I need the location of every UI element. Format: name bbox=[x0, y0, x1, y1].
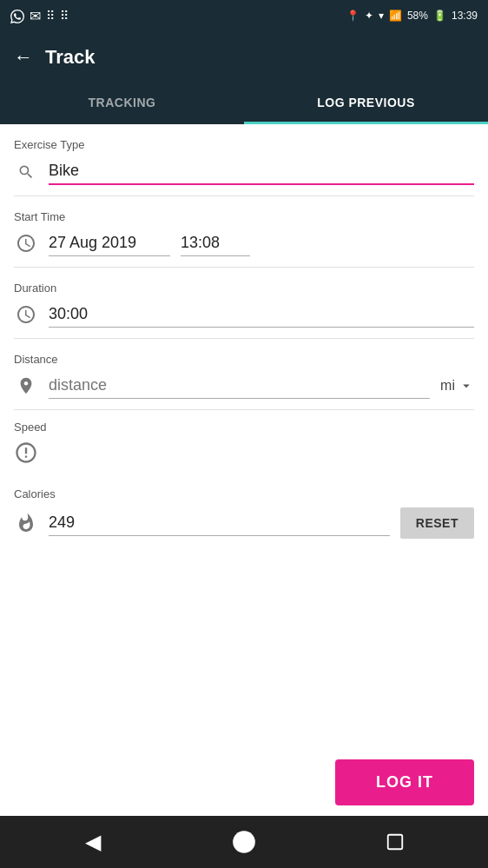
duration-clock-icon bbox=[14, 302, 38, 327]
nav-home-button[interactable] bbox=[227, 825, 261, 859]
status-icons: ✉ ⠿ ⠿ bbox=[10, 8, 69, 24]
start-time-label: Start Time bbox=[14, 210, 474, 223]
exercise-type-label: Exercise Type bbox=[14, 138, 474, 151]
unit-selector[interactable]: mi bbox=[440, 378, 474, 394]
calories-input[interactable] bbox=[49, 510, 390, 536]
back-button[interactable]: ← bbox=[14, 46, 33, 69]
start-time-section: Start Time 27 Aug 2019 13:08 bbox=[14, 196, 474, 268]
calories-label: Calories bbox=[14, 487, 474, 500]
nav-back-button[interactable]: ◀ bbox=[76, 825, 110, 859]
clock-time: 13:39 bbox=[452, 10, 478, 22]
start-time-field[interactable]: 13:08 bbox=[181, 230, 250, 256]
speedometer-icon bbox=[14, 441, 38, 465]
email-icon: ✉ bbox=[30, 8, 41, 24]
location-pin-icon bbox=[14, 374, 38, 398]
distance-label: Distance bbox=[14, 353, 474, 366]
grid-icon: ⠿ bbox=[46, 9, 55, 23]
log-it-button[interactable]: LOG IT bbox=[335, 759, 474, 805]
main-content: Exercise Type Start Time 27 Aug 2019 13:… bbox=[0, 124, 488, 745]
duration-field[interactable]: 30:00 bbox=[49, 301, 474, 328]
start-time-row: 27 Aug 2019 13:08 bbox=[14, 230, 474, 256]
search-icon bbox=[14, 160, 38, 184]
bottom-nav: ◀ bbox=[0, 816, 488, 868]
calories-row: RESET bbox=[14, 507, 474, 539]
distance-section: Distance mi bbox=[14, 339, 474, 410]
duration-section: Duration 30:00 bbox=[14, 268, 474, 339]
battery-text: 58% bbox=[407, 10, 428, 22]
battery-icon: 🔋 bbox=[433, 10, 446, 22]
wifi-icon: ▾ bbox=[379, 10, 384, 22]
signal-icon: 📶 bbox=[389, 10, 402, 22]
tabs-bar: TRACKING LOG PREVIOUS bbox=[0, 83, 488, 124]
app-header: ← Track bbox=[0, 31, 488, 83]
bluetooth-icon: ✦ bbox=[365, 10, 373, 22]
flame-icon bbox=[14, 511, 38, 535]
status-bar: ✉ ⠿ ⠿ 📍 ✦ ▾ 📶 58% 🔋 13:39 bbox=[0, 0, 488, 31]
speed-section: Speed bbox=[14, 410, 474, 474]
svg-rect-1 bbox=[388, 835, 403, 850]
start-date-field[interactable]: 27 Aug 2019 bbox=[49, 230, 170, 256]
status-info: 📍 ✦ ▾ 📶 58% 🔋 13:39 bbox=[346, 10, 478, 22]
log-it-container: LOG IT bbox=[0, 745, 488, 816]
dropdown-icon bbox=[458, 378, 474, 394]
speed-row bbox=[14, 441, 474, 465]
whatsapp-icon bbox=[10, 8, 24, 23]
grid2-icon: ⠿ bbox=[60, 9, 69, 23]
distance-input[interactable] bbox=[49, 373, 430, 399]
calories-section: Calories RESET bbox=[14, 474, 474, 553]
speed-label: Speed bbox=[14, 421, 474, 434]
exercise-type-row bbox=[14, 158, 474, 185]
svg-point-0 bbox=[233, 831, 255, 853]
exercise-type-input[interactable] bbox=[49, 158, 474, 185]
nav-square-button[interactable] bbox=[378, 825, 412, 859]
tab-log-previous[interactable]: LOG PREVIOUS bbox=[244, 83, 488, 124]
exercise-type-section: Exercise Type bbox=[14, 124, 474, 196]
tab-tracking[interactable]: TRACKING bbox=[0, 83, 244, 124]
clock-icon bbox=[14, 231, 38, 255]
duration-label: Duration bbox=[14, 282, 474, 295]
distance-row: mi bbox=[14, 373, 474, 399]
page-title: Track bbox=[45, 46, 96, 69]
unit-text: mi bbox=[440, 378, 455, 394]
reset-button[interactable]: RESET bbox=[400, 507, 474, 539]
location-icon: 📍 bbox=[346, 10, 359, 22]
duration-row: 30:00 bbox=[14, 301, 474, 328]
